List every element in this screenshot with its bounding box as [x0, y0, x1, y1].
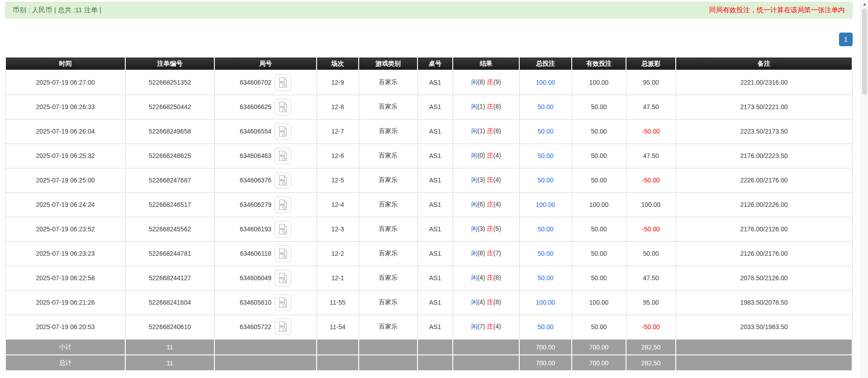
result-player-label: 闲: [471, 103, 477, 110]
valid-bet-notice-text: 同局有效投注，统一计算在该局第一张注单内: [709, 6, 845, 14]
result-banker-label: 庄: [487, 176, 493, 183]
bet-records-table: 时间 注单编号 局号 场次 游戏类别 桌号 结果 总投注 有效投注 总派彩 备注…: [5, 57, 853, 371]
total-bet-link[interactable]: 50.00: [537, 152, 553, 159]
game-type-cell: 百家乐: [359, 241, 417, 266]
total-bet-link[interactable]: 50.00: [537, 128, 553, 135]
bet-id-cell: 522668248625: [125, 144, 214, 168]
remark-cell: 2078.50/2126.00: [676, 266, 852, 290]
total-bet-link[interactable]: 50.00: [537, 274, 553, 282]
total-bet-cell: 50.00: [519, 217, 572, 241]
video-replay-button[interactable]: [275, 245, 291, 262]
total-bet-link[interactable]: 50.00: [537, 323, 553, 330]
time-cell: 2025-07-19 06:21:26: [5, 290, 125, 315]
video-replay-button[interactable]: [275, 294, 291, 311]
round-id-cell: 634605810: [214, 290, 317, 315]
video-replay-button[interactable]: [275, 172, 291, 189]
remark-cell: 2033.50/1983.50: [676, 315, 852, 339]
total-bet-link[interactable]: 100.00: [536, 79, 555, 86]
scrollbar[interactable]: ▲: [860, 0, 868, 378]
round-id-text: 634606554: [240, 128, 271, 135]
table-row: 2025-07-19 06:24:24 522668246517 6346062…: [5, 192, 852, 217]
video-file-icon: [278, 175, 288, 186]
time-cell: 2025-07-19 06:25:00: [5, 168, 125, 192]
total-bet-cell: 50.00: [519, 144, 572, 168]
result-cell: 闲(4)庄(8): [453, 290, 519, 315]
session-cell: 11-54: [317, 315, 359, 339]
valid-bet-cell: 50.00: [572, 241, 626, 266]
remark-cell: 2221.00/2316.00: [676, 70, 852, 95]
valid-bet-cell: 50.00: [572, 168, 626, 192]
result-banker-score: (8): [493, 298, 501, 306]
round-id-text: 634606279: [240, 201, 271, 208]
result-player-label: 闲: [471, 274, 477, 281]
result-banker-score: (4): [493, 201, 501, 208]
total-bet-link[interactable]: 50.00: [537, 103, 553, 110]
session-cell: 12-4: [317, 192, 359, 217]
video-replay-button[interactable]: [275, 148, 291, 164]
col-header-round-id: 局号: [214, 57, 317, 70]
valid-bet-cell: 100.00: [572, 70, 626, 95]
result-player-score: (6): [477, 201, 485, 208]
total-bet-link[interactable]: 50.00: [537, 250, 553, 257]
subtotal-valid-bet: 700.00: [572, 339, 626, 355]
video-replay-button[interactable]: [275, 270, 291, 287]
table-row: 2025-07-19 06:22:58 522668244127 6346060…: [5, 266, 852, 290]
result-banker-score: (9): [493, 78, 501, 86]
video-replay-button[interactable]: [275, 74, 291, 91]
total-bet-link[interactable]: 50.00: [537, 225, 553, 233]
table-footer: 小计 11 700.00 700.00 282.50 总计 11: [5, 339, 852, 371]
video-file-icon: [278, 321, 288, 332]
video-file-icon: [278, 248, 288, 259]
total-bet-link[interactable]: 100.00: [536, 299, 555, 306]
video-replay-button[interactable]: [275, 221, 291, 238]
result-banker-label: 庄: [487, 323, 493, 330]
total-payout: 282.50: [626, 355, 676, 371]
game-type-cell: 百家乐: [359, 315, 417, 339]
total-bet-link[interactable]: 100.00: [536, 201, 555, 208]
result-player-score: (3): [477, 176, 485, 183]
total-bet-cell: 100.00: [519, 192, 572, 217]
video-file-icon: [278, 126, 288, 137]
subtotal-payout: 282.50: [626, 339, 676, 355]
payout-cell: 47.50: [626, 95, 676, 119]
total-total-bet: 700.00: [519, 355, 572, 371]
remark-cell: 2176.00/2223.50: [676, 144, 852, 168]
video-replay-button[interactable]: [275, 196, 291, 213]
video-file-icon: [278, 199, 288, 211]
remark-cell: 2126.00/2226.00: [676, 192, 852, 217]
result-cell: 闲(0)庄(4): [453, 144, 519, 168]
table-no-cell: AS1: [417, 168, 453, 192]
total-bet-cell: 50.00: [519, 95, 572, 119]
col-header-remark: 备注: [676, 57, 852, 70]
payout-cell: 95.00: [626, 70, 676, 95]
game-type-cell: 百家乐: [359, 119, 417, 144]
round-id-cell: 634606625: [214, 95, 317, 119]
result-player-score: (1): [477, 127, 485, 134]
video-replay-button[interactable]: [275, 99, 291, 115]
session-cell: 12-6: [317, 144, 359, 168]
video-replay-button[interactable]: [275, 318, 291, 335]
video-file-icon: [278, 77, 288, 88]
result-banker-label: 庄: [487, 103, 493, 110]
total-bet-cell: 50.00: [519, 266, 572, 290]
scroll-up-button[interactable]: ▲: [861, 0, 868, 8]
bet-id-cell: 522668247687: [125, 168, 214, 192]
total-bet-link[interactable]: 50.00: [537, 177, 553, 184]
table-no-cell: AS1: [417, 144, 453, 168]
table-row: 2025-07-19 06:26:04 522668249658 6346065…: [5, 119, 852, 144]
valid-bet-cell: 50.00: [572, 266, 626, 290]
video-replay-button[interactable]: [275, 123, 291, 140]
round-id-cell: 634606702: [214, 70, 317, 95]
col-header-bet-id: 注单编号: [125, 57, 214, 70]
table-no-cell: AS1: [417, 266, 453, 290]
scrollbar-thumb[interactable]: [862, 9, 867, 95]
round-id-text: 634606049: [240, 274, 271, 282]
time-cell: 2025-07-19 06:23:52: [5, 217, 125, 241]
session-cell: 12-7: [317, 119, 359, 144]
col-header-game-type: 游戏类别: [359, 57, 417, 70]
round-id-text: 634605722: [240, 323, 271, 330]
bet-id-cell: 522668241604: [125, 290, 214, 315]
page-1-button[interactable]: 1: [839, 33, 853, 46]
result-cell: 闲(7)庄(4): [453, 315, 519, 339]
payout-cell: 95.00: [626, 290, 676, 315]
